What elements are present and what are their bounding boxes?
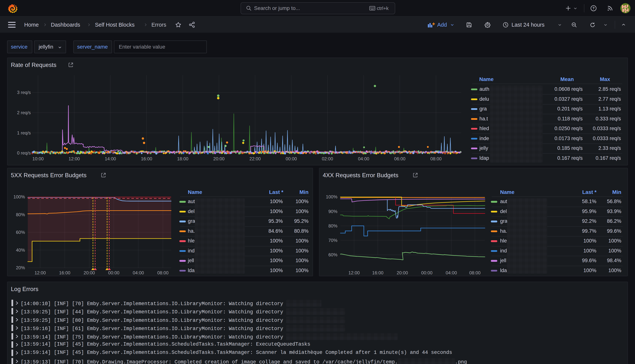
svg-text:00:00: 00:00 xyxy=(286,156,297,161)
svg-text:04:00: 04:00 xyxy=(133,270,144,275)
svg-text:02:00: 02:00 xyxy=(322,156,333,161)
svg-text:12:00: 12:00 xyxy=(35,270,46,275)
svg-text:90%: 90% xyxy=(328,209,337,214)
svg-text:80%: 80% xyxy=(16,212,25,217)
svg-text:2 req/s: 2 req/s xyxy=(17,110,31,115)
svg-text:80%: 80% xyxy=(328,223,337,228)
svg-text:12:00: 12:00 xyxy=(69,156,80,161)
svg-text:04:00: 04:00 xyxy=(446,270,457,275)
svg-text:00:00: 00:00 xyxy=(421,270,432,275)
svg-text:?: ? xyxy=(592,6,595,10)
svg-text:20:00: 20:00 xyxy=(397,270,408,275)
svg-text:10:00: 10:00 xyxy=(33,156,44,161)
svg-text:3 req/s: 3 req/s xyxy=(17,90,31,95)
svg-text:18:00: 18:00 xyxy=(177,156,188,161)
svg-text:16:00: 16:00 xyxy=(372,270,383,275)
svg-text:22:00: 22:00 xyxy=(249,156,261,161)
svg-text:100%: 100% xyxy=(14,194,25,199)
svg-text:60%: 60% xyxy=(328,252,337,257)
svg-text:20:00: 20:00 xyxy=(213,156,225,161)
svg-text:12:00: 12:00 xyxy=(348,270,360,275)
svg-text:20%: 20% xyxy=(16,265,25,270)
svg-text:14:00: 14:00 xyxy=(105,156,116,161)
svg-text:06:00: 06:00 xyxy=(394,156,405,161)
svg-text:08:00: 08:00 xyxy=(430,156,441,161)
svg-text:20:00: 20:00 xyxy=(84,270,95,275)
svg-text:16:00: 16:00 xyxy=(59,270,70,275)
svg-text:04:00: 04:00 xyxy=(358,156,369,161)
svg-text:100%: 100% xyxy=(326,194,337,199)
svg-text:08:00: 08:00 xyxy=(469,270,481,275)
svg-text:40%: 40% xyxy=(16,248,25,252)
svg-text:60%: 60% xyxy=(16,230,25,235)
svg-text:1 req/s: 1 req/s xyxy=(17,130,31,136)
svg-text:70%: 70% xyxy=(328,238,337,243)
svg-text:16:00: 16:00 xyxy=(141,156,152,161)
svg-text:0 req/s: 0 req/s xyxy=(17,150,31,156)
svg-text:08:00: 08:00 xyxy=(157,270,169,275)
svg-text:00:00: 00:00 xyxy=(108,270,119,275)
